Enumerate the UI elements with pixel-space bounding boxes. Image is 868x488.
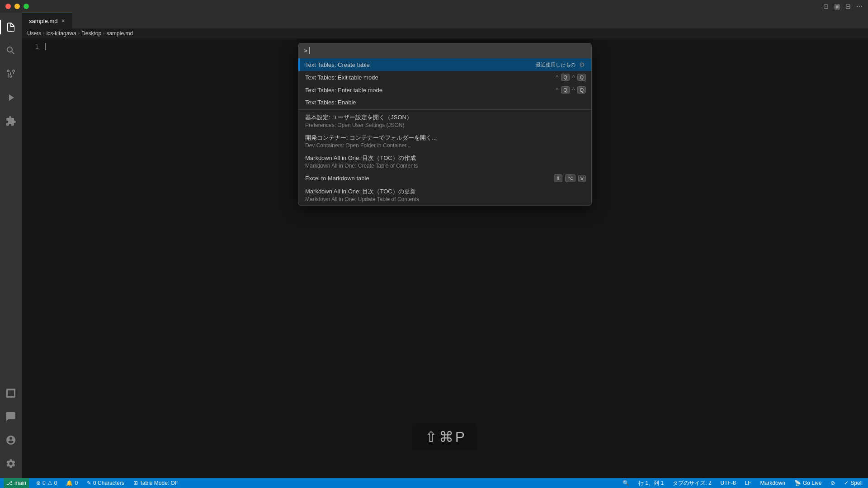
status-table-mode[interactable]: ⊞ Table Mode: Off [132, 478, 180, 488]
no-sync-icon: ⊘ [830, 480, 835, 486]
tab-bar: sample.md × [22, 13, 868, 28]
status-line-ending[interactable]: LF [743, 478, 753, 488]
status-bar: ⎇ main ⊗ 0 ⚠ 0 🔔 0 ✎ 0 Characters ⊞ Tabl… [0, 478, 868, 488]
status-changes[interactable]: ✎ 0 Characters [85, 478, 126, 488]
status-language[interactable]: Markdown [759, 478, 787, 488]
status-right: 🔍 行 1、列 1 タブのサイズ: 2 UTF-8 LF Markdown 📡 … [621, 478, 864, 488]
close-button[interactable] [5, 4, 11, 9]
command-item-title-markdown-toc: Markdown All in One: 目次（TOC）の作成 [305, 154, 416, 162]
tab-sample-md[interactable]: sample.md × [22, 13, 72, 28]
breadcrumb-sep-2: › [78, 31, 80, 36]
accounts-icon[interactable] [0, 429, 22, 451]
breadcrumb-ics[interactable]: ics-kitagawa [47, 30, 76, 37]
error-icon: ⊗ [36, 480, 41, 486]
command-item-title-excel: Excel to Markdown table [305, 175, 369, 182]
command-palette-overlay[interactable]: > Text Tables: Create table 最近使用したもの ⚙ [22, 38, 868, 478]
command-item-enable[interactable]: Text Tables: Enable [298, 96, 591, 108]
editor-content[interactable]: 1 > Tex [22, 38, 868, 478]
status-encoding[interactable]: UTF-8 [719, 478, 738, 488]
recently-used-badge: 最近使用したもの [536, 61, 576, 68]
tab-close-button[interactable]: × [61, 17, 65, 24]
no-config-icon: 🔔 [66, 480, 73, 486]
language-label: Markdown [760, 480, 785, 486]
command-item-title-create-table: Text Tables: Create table [305, 61, 370, 68]
spell-label: Spell [850, 480, 863, 486]
status-no-config[interactable]: 🔔 0 [64, 478, 80, 488]
breadcrumb-file[interactable]: sample.md [106, 30, 133, 37]
command-items-list: Text Tables: Create table 最近使用したもの ⚙ Tex… [298, 58, 591, 205]
command-item-exit-table-mode[interactable]: Text Tables: Exit table mode ^ Q ^ Q [298, 71, 591, 84]
status-position[interactable]: 行 1、列 1 [637, 478, 665, 488]
command-item-excel-markdown[interactable]: Excel to Markdown table ⇧ ⌥ V [298, 172, 591, 185]
activity-bar [0, 13, 22, 478]
go-live-label: Go Live [803, 480, 821, 486]
spell-icon: ✓ [844, 480, 849, 486]
gear-button-create-table[interactable]: ⚙ [578, 61, 586, 68]
status-errors[interactable]: ⊗ 0 ⚠ 0 [34, 478, 59, 488]
go-live-icon: 📡 [794, 480, 801, 486]
command-input-prefix: > [304, 47, 307, 54]
activity-bottom [0, 429, 22, 478]
command-item-right-enter: ^ Q ^ Q [556, 86, 586, 94]
settings-icon[interactable] [0, 453, 22, 474]
status-spell[interactable]: ✓ Spell [842, 478, 864, 488]
breadcrumb-users[interactable]: Users [27, 30, 41, 37]
status-left: ⎇ main ⊗ 0 ⚠ 0 🔔 0 ✎ 0 Characters ⊞ Tabl… [4, 478, 179, 488]
minimize-button[interactable] [14, 4, 20, 9]
command-item-right-create-table: 最近使用したもの ⚙ [536, 61, 586, 68]
command-input-row[interactable]: > [298, 43, 591, 58]
command-item-markdown-update-toc[interactable]: Markdown All in One: 目次（TOC）の更新 Markdown… [298, 185, 591, 205]
command-item-dev-containers[interactable]: 開発コンテナー: コンテナーでフォルダーを開く... Dev Container… [298, 131, 591, 151]
command-item-subtitle-dev-containers: Dev Containers: Open Folder in Container… [305, 142, 586, 149]
branch-name: main [14, 480, 26, 486]
key-q-4: Q [577, 86, 586, 94]
explorer-activity-icon[interactable] [0, 16, 22, 38]
remote-explorer-icon[interactable] [0, 382, 22, 404]
command-item-create-table[interactable]: Text Tables: Create table 最近使用したもの ⚙ [298, 58, 591, 71]
command-input-cursor [309, 47, 310, 54]
maximize-button[interactable] [24, 4, 29, 9]
tab-size-label: タブのサイズ: 2 [673, 479, 711, 487]
search-activity-icon[interactable] [0, 40, 22, 61]
command-item-right-exit: ^ Q ^ Q [556, 74, 586, 81]
status-branch[interactable]: ⎇ main [4, 478, 29, 488]
command-item-subtitle-basic-settings: Preferences: Open User Settings (JSON) [305, 122, 586, 128]
command-item-title-enable: Text Tables: Enable [305, 99, 356, 106]
breadcrumb-sep-1: › [43, 31, 44, 36]
breadcrumb-desktop[interactable]: Desktop [81, 30, 101, 37]
breadcrumb: Users › ics-kitagawa › Desktop › sample.… [22, 28, 868, 38]
warning-count: 0 [54, 480, 57, 486]
key-q-1: Q [561, 74, 570, 81]
source-control-activity-icon[interactable] [0, 63, 22, 85]
extensions-activity-icon[interactable] [0, 110, 22, 132]
status-go-live[interactable]: 📡 Go Live [793, 478, 823, 488]
command-palette[interactable]: > Text Tables: Create table 最近使用したもの ⚙ [298, 43, 592, 206]
command-item-basic-settings[interactable]: 基本設定: ユーザー設定を開く（JSON） Preferences: Open … [298, 111, 591, 131]
panel-icon[interactable]: ⊟ [845, 3, 851, 10]
status-tab-size[interactable]: タブのサイズ: 2 [671, 478, 713, 488]
command-item-subtitle-update-toc: Markdown All in One: Update Table of Con… [305, 196, 586, 202]
command-item-title-exit: Text Tables: Exit table mode [305, 74, 378, 81]
main-layout: sample.md × Users › ics-kitagawa › Deskt… [0, 13, 868, 478]
run-activity-icon[interactable] [0, 87, 22, 108]
chars-label: 0 Characters [93, 480, 124, 486]
customize-layout-icon[interactable]: ⋯ [856, 3, 863, 10]
key-shift: ⇧ [554, 174, 562, 182]
pencil-icon: ✎ [87, 480, 91, 486]
command-item-enter-table-mode[interactable]: Text Tables: Enter table mode ^ Q ^ Q [298, 84, 591, 96]
layout-icon[interactable]: ⊡ [823, 3, 829, 10]
status-zoom[interactable]: 🔍 [621, 478, 631, 488]
titlebar: ⊡ ▣ ⊟ ⋯ [0, 0, 868, 13]
editor-area: sample.md × Users › ics-kitagawa › Deskt… [22, 13, 868, 478]
error-count: 0 [42, 480, 46, 486]
split-editor-icon[interactable]: ▣ [834, 3, 840, 10]
zoom-icon: 🔍 [623, 480, 629, 486]
line-ending-label: LF [745, 480, 751, 486]
status-no-sync[interactable]: ⊘ [829, 478, 837, 488]
command-item-markdown-toc[interactable]: Markdown All in One: 目次（TOC）の作成 Markdown… [298, 151, 591, 172]
no-config-count: 0 [75, 480, 78, 486]
chat-icon[interactable] [0, 406, 22, 427]
table-mode-label: Table Mode: Off [140, 480, 178, 486]
encoding-label: UTF-8 [721, 480, 736, 486]
command-item-right-excel: ⇧ ⌥ V [554, 174, 586, 182]
